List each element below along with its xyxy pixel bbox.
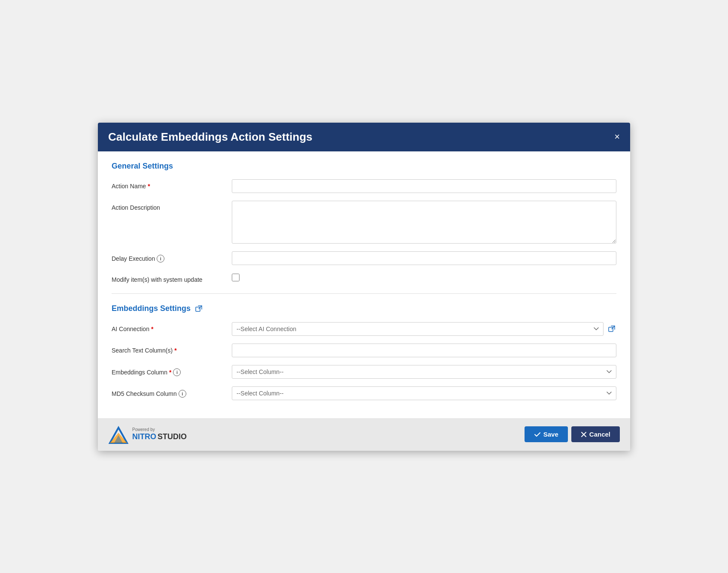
modal-body: General Settings Action Name* Action Des… xyxy=(98,151,630,418)
action-name-label: Action Name* xyxy=(112,179,232,190)
nitro-text: NITRO xyxy=(132,432,156,442)
ai-connection-select[interactable]: --Select AI Connection xyxy=(232,322,604,336)
md5-checksum-column-row: MD5 Checksum Column i --Select Column-- xyxy=(112,386,616,400)
embeddings-settings-title: Embeddings Settings xyxy=(112,304,616,314)
save-button[interactable]: Save xyxy=(525,426,568,442)
delay-execution-info-icon: i xyxy=(157,255,164,262)
delay-execution-label: Delay Execution i xyxy=(112,251,232,262)
close-button[interactable]: × xyxy=(614,132,620,142)
cancel-icon xyxy=(581,431,587,437)
modal-header: Calculate Embeddings Action Settings × xyxy=(98,123,630,151)
modify-items-checkbox[interactable] xyxy=(232,274,240,281)
general-settings-title: General Settings xyxy=(112,162,616,171)
md5-checksum-info-icon: i xyxy=(179,390,186,398)
required-star-search: * xyxy=(174,347,176,354)
action-description-input[interactable] xyxy=(232,201,616,244)
embeddings-column-label: Embeddings Column * i xyxy=(112,365,232,376)
ai-connection-label: AI Connection * xyxy=(112,322,232,332)
md5-checksum-select[interactable]: --Select Column-- xyxy=(232,386,616,400)
md5-checksum-select-wrapper: --Select Column-- xyxy=(232,386,616,400)
section-divider xyxy=(112,293,616,294)
modify-items-checkbox-wrapper xyxy=(232,273,240,283)
required-star-ai: * xyxy=(151,326,153,332)
footer-actions: Save Cancel xyxy=(525,426,620,442)
required-star: * xyxy=(148,183,150,190)
nitro-studio-text: NITRO STUDIO xyxy=(132,432,187,442)
powered-by-text: Powered by xyxy=(132,427,187,432)
nitro-studio-logo xyxy=(108,424,129,445)
embeddings-external-link-icon[interactable] xyxy=(194,304,203,314)
embeddings-column-select-wrapper: --Select Column-- xyxy=(232,365,616,379)
ai-connection-external-link-icon[interactable] xyxy=(607,324,616,334)
save-icon xyxy=(534,431,541,438)
search-text-columns-label: Search Text Column(s) * xyxy=(112,344,232,354)
action-name-row: Action Name* xyxy=(112,179,616,193)
action-description-row: Action Description xyxy=(112,201,616,244)
ai-connection-row: AI Connection * --Select AI Connection xyxy=(112,322,616,336)
embeddings-column-select[interactable]: --Select Column-- xyxy=(232,365,616,379)
action-description-label: Action Description xyxy=(112,201,232,211)
brand-text: Powered by NITRO STUDIO xyxy=(132,427,187,442)
ai-connection-select-wrapper: --Select AI Connection xyxy=(232,322,616,336)
delay-execution-input[interactable] xyxy=(232,251,616,265)
search-text-columns-input[interactable] xyxy=(232,344,616,357)
footer-brand: Powered by NITRO STUDIO xyxy=(108,424,187,445)
embeddings-column-info-icon: i xyxy=(173,368,181,376)
modal-container: Calculate Embeddings Action Settings × G… xyxy=(98,123,630,451)
studio-text: STUDIO xyxy=(158,432,187,442)
action-name-input[interactable] xyxy=(232,179,616,193)
delay-execution-row: Delay Execution i xyxy=(112,251,616,265)
cancel-button[interactable]: Cancel xyxy=(571,426,620,442)
md5-checksum-column-label: MD5 Checksum Column i xyxy=(112,386,232,398)
modify-items-label: Modify item(s) with system update xyxy=(112,273,232,283)
modal-title: Calculate Embeddings Action Settings xyxy=(108,130,312,144)
required-star-emb: * xyxy=(169,369,171,376)
embeddings-column-row: Embeddings Column * i --Select Column-- xyxy=(112,365,616,379)
modal-footer: Powered by NITRO STUDIO Save Cancel xyxy=(98,418,630,451)
modify-items-row: Modify item(s) with system update xyxy=(112,273,616,283)
search-text-columns-row: Search Text Column(s) * xyxy=(112,344,616,357)
